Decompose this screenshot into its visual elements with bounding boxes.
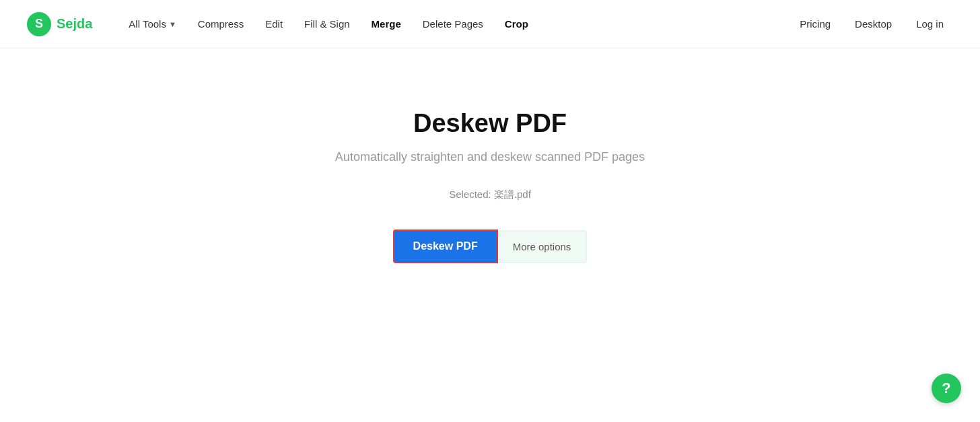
- nav-right: Pricing Desktop Log in: [790, 13, 953, 35]
- nav-item-login[interactable]: Log in: [907, 13, 953, 35]
- main-content: Deskew PDF Automatically straighten and …: [0, 48, 980, 263]
- page-subtitle: Automatically straighten and deskew scan…: [335, 150, 645, 164]
- main-nav: All Tools ▼ Compress Edit Fill & Sign Me…: [119, 13, 790, 35]
- page-title: Deskew PDF: [413, 109, 567, 138]
- more-options-button[interactable]: More options: [498, 230, 588, 263]
- help-icon: ?: [942, 380, 950, 397]
- selected-filename: 楽譜.pdf: [494, 188, 531, 200]
- nav-item-crop[interactable]: Crop: [495, 13, 538, 35]
- logo-icon: S: [27, 12, 51, 36]
- selected-label: Selected:: [449, 188, 491, 200]
- nav-item-edit[interactable]: Edit: [256, 13, 292, 35]
- nav-item-all-tools[interactable]: All Tools ▼: [119, 13, 185, 35]
- nav-item-compress[interactable]: Compress: [188, 13, 253, 35]
- nav-item-desktop[interactable]: Desktop: [845, 13, 901, 35]
- logo-text: Sejda: [57, 16, 92, 32]
- help-button[interactable]: ?: [932, 374, 961, 403]
- nav-item-merge[interactable]: Merge: [362, 13, 411, 35]
- nav-item-delete-pages[interactable]: Delete Pages: [413, 13, 493, 35]
- logo-link[interactable]: S Sejda: [27, 12, 92, 36]
- site-header: S Sejda All Tools ▼ Compress Edit Fill &…: [0, 0, 980, 48]
- selected-file-info: Selected: 楽譜.pdf: [449, 188, 531, 201]
- action-row: Deskew PDF More options: [393, 230, 588, 263]
- nav-item-fill-sign[interactable]: Fill & Sign: [295, 13, 359, 35]
- nav-item-pricing[interactable]: Pricing: [790, 13, 840, 35]
- chevron-down-icon: ▼: [169, 20, 176, 28]
- deskew-pdf-button[interactable]: Deskew PDF: [393, 230, 498, 263]
